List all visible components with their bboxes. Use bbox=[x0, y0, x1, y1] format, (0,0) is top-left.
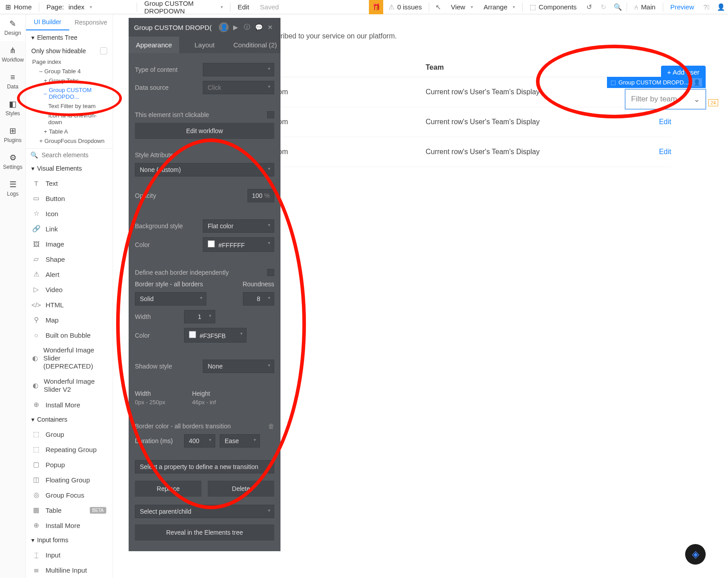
rail-plugins[interactable]: ⊞Plugins bbox=[0, 121, 25, 148]
rail-settings[interactable]: ⚙Settings bbox=[0, 148, 25, 175]
view-menu[interactable]: View bbox=[445, 0, 478, 14]
branch-button[interactable]: ⑃ Main bbox=[629, 0, 661, 14]
replace-button[interactable]: Replace bbox=[135, 481, 201, 497]
border-width-select[interactable]: 1 bbox=[184, 310, 215, 323]
user-icon[interactable]: 👤 bbox=[219, 22, 229, 32]
page-selector[interactable]: Page: index bbox=[41, 0, 135, 14]
new-transition-select[interactable]: Select a property to define a new transi… bbox=[135, 460, 274, 473]
palette-slider-dep[interactable]: ◐Wonderful Image Slider (DEPRECATED) bbox=[26, 343, 113, 374]
type-of-content-select[interactable] bbox=[203, 63, 274, 76]
bg-style-select[interactable]: Flat color bbox=[203, 219, 274, 233]
preview-button[interactable]: Preview bbox=[665, 0, 699, 14]
home-button[interactable]: ⊞ Home bbox=[0, 0, 37, 14]
edit-link[interactable]: Edit bbox=[644, 118, 671, 126]
style-attribute-select[interactable]: None (custom) bbox=[135, 163, 274, 176]
tab-conditional[interactable]: Conditional (2) bbox=[230, 37, 280, 53]
palette-group[interactable]: ⬚Group bbox=[26, 427, 113, 442]
palette-built-on-bubble[interactable]: ○Built on Bubble bbox=[26, 327, 113, 343]
rail-logs[interactable]: ☰Logs bbox=[0, 175, 25, 202]
input-forms-header[interactable]: ▾Input forms bbox=[26, 533, 113, 547]
rail-design[interactable]: ✎Design bbox=[0, 14, 25, 41]
issues-button[interactable]: ⚠ 0 issues bbox=[383, 0, 427, 14]
tree-item[interactable]: +Table A bbox=[26, 127, 113, 136]
visual-elements-header[interactable]: ▾Visual Elements bbox=[26, 161, 113, 176]
tree-item[interactable]: +GroupFocus Dropdown bbox=[26, 136, 113, 146]
redo-icon[interactable]: ↻ bbox=[596, 0, 611, 14]
delete-button[interactable]: Delete bbox=[208, 481, 274, 497]
palette-map[interactable]: ⚲Map bbox=[26, 312, 113, 327]
shadow-style-select[interactable]: None bbox=[203, 360, 274, 373]
tree-item-selected[interactable]: –Group CUSTOM DROPDO... bbox=[26, 85, 113, 101]
palette-icon[interactable]: ☆Icon bbox=[26, 206, 113, 221]
easing-select[interactable]: Ease bbox=[220, 434, 260, 448]
arrange-menu[interactable]: Arrange bbox=[478, 0, 520, 14]
element-selector[interactable]: Group CUSTOM DROPDOWN bbox=[139, 0, 228, 14]
tree-item[interactable]: Icon fa fa-chevron-down bbox=[26, 111, 113, 127]
opacity-input[interactable]: 100 % bbox=[247, 189, 274, 202]
tree-item[interactable]: Text Filter by team bbox=[26, 101, 113, 111]
palette-table[interactable]: ▦TableBETA bbox=[26, 503, 113, 518]
search-input[interactable] bbox=[42, 151, 113, 159]
bg-color-select[interactable]: #FFFFFF bbox=[203, 237, 274, 252]
select-parent-child[interactable]: Select parent/child bbox=[135, 505, 274, 518]
search-elements[interactable]: 🔍 bbox=[26, 149, 113, 161]
palette-install-more[interactable]: ⊕Install More bbox=[26, 397, 113, 412]
border-color-select[interactable]: #F3F5FB bbox=[184, 328, 247, 343]
palette-multiline[interactable]: ≣Multiline Input bbox=[26, 562, 113, 578]
comment-icon[interactable]: 💬 bbox=[254, 22, 264, 32]
palette-text[interactable]: TText bbox=[26, 176, 113, 191]
palette-install-more-2[interactable]: ⊕Install More bbox=[26, 518, 113, 533]
palette-repeating-group[interactable]: ⬚Repeating Group bbox=[26, 442, 113, 457]
play-icon[interactable]: ▶ bbox=[230, 22, 240, 32]
palette-link[interactable]: 🔗Link bbox=[26, 221, 113, 236]
border-style-select[interactable]: Solid bbox=[135, 292, 206, 306]
property-panel[interactable]: Group CUSTOM DROPD( 👤 ▶ ⓘ 💬 ✕ Appearance… bbox=[129, 18, 280, 551]
undo-icon[interactable]: ↺ bbox=[582, 0, 596, 14]
palette-popup[interactable]: ▢Popup bbox=[26, 457, 113, 472]
duration-select[interactable]: 400 bbox=[184, 434, 215, 448]
tree-item[interactable]: +Group Tabs bbox=[26, 76, 113, 85]
elements-tree-header[interactable]: ▾Elements Tree bbox=[26, 30, 113, 45]
tab-layout[interactable]: Layout bbox=[179, 37, 230, 53]
edit-link[interactable]: Edit bbox=[644, 148, 671, 156]
close-icon[interactable]: ✕ bbox=[265, 22, 275, 32]
rail-styles[interactable]: ◧Styles bbox=[0, 95, 25, 121]
clickable-checkbox[interactable] bbox=[267, 111, 274, 118]
tree-page[interactable]: Page index bbox=[26, 57, 113, 67]
gift-icon[interactable]: 🎁 bbox=[369, 0, 383, 14]
tab-ui-builder[interactable]: UI Builder bbox=[26, 14, 69, 30]
palette-shape[interactable]: ▱Shape bbox=[26, 251, 113, 267]
data-source-select[interactable]: Click bbox=[203, 81, 274, 94]
define-borders-checkbox[interactable] bbox=[267, 269, 274, 276]
palette-alert[interactable]: ⚠Alert bbox=[26, 267, 113, 282]
edit-workflow-button[interactable]: Edit workflow bbox=[135, 123, 274, 139]
help-icon[interactable]: ?⃝ bbox=[699, 0, 714, 14]
palette-slider-v2[interactable]: ◐Wonderful Image Slider V2 bbox=[26, 374, 113, 397]
rail-workflow[interactable]: ⋔Workflow bbox=[0, 41, 25, 68]
help-fab[interactable]: ◈ bbox=[685, 544, 706, 565]
checkbox[interactable] bbox=[100, 47, 107, 54]
palette-floating-group[interactable]: ◫Floating Group bbox=[26, 472, 113, 487]
palette-html[interactable]: </>HTML bbox=[26, 297, 113, 312]
palette-input[interactable]: ⌶Input bbox=[26, 547, 113, 562]
only-show-hideable[interactable]: Only show hideable bbox=[26, 45, 113, 57]
palette-button[interactable]: ▭Button bbox=[26, 191, 113, 206]
components-button[interactable]: ⬚ Components bbox=[524, 0, 582, 14]
rail-data[interactable]: ≡Data bbox=[0, 68, 25, 95]
info-icon[interactable]: ⓘ bbox=[242, 22, 252, 32]
trash-icon[interactable]: 🗑 bbox=[268, 423, 274, 430]
roundness-select[interactable]: 8 bbox=[243, 292, 274, 306]
reveal-button[interactable]: Reveal in the Elements tree bbox=[135, 524, 274, 540]
cursor-icon[interactable]: ↖ bbox=[431, 0, 445, 14]
selected-element-tag[interactable]: ⬚ Group CUSTOM DROPD... 👤 bbox=[607, 77, 706, 88]
palette-video[interactable]: ▷Video bbox=[26, 282, 113, 297]
filter-dropdown[interactable]: Filter by team ⌄ bbox=[625, 89, 706, 109]
tree-item[interactable]: –Group Table 4 bbox=[26, 67, 113, 76]
search-icon[interactable]: 🔍 bbox=[611, 0, 625, 14]
palette-group-focus[interactable]: ◎Group Focus bbox=[26, 487, 113, 503]
tab-responsive[interactable]: Responsive bbox=[69, 14, 113, 30]
tab-appearance[interactable]: Appearance bbox=[129, 37, 179, 53]
user-avatar-icon[interactable]: 👤 bbox=[714, 0, 728, 14]
containers-header[interactable]: ▾Containers bbox=[26, 412, 113, 427]
palette-image[interactable]: 🖼Image bbox=[26, 236, 113, 251]
